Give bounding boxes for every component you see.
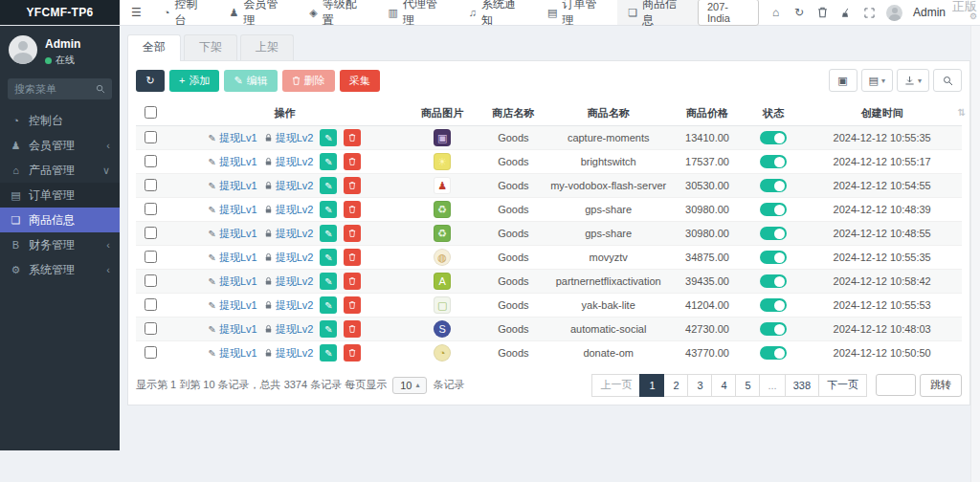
row-delete-button[interactable] bbox=[344, 129, 361, 146]
withdraw-lv1-link[interactable]: ✎ 提现Lv1 bbox=[209, 251, 257, 265]
add-button[interactable]: + 添加 bbox=[169, 70, 219, 92]
clear-cache-icon[interactable] bbox=[839, 8, 852, 18]
withdraw-lv1-link[interactable]: ✎ 提现Lv1 bbox=[209, 227, 257, 241]
jump-page-input[interactable] bbox=[876, 374, 916, 396]
status-toggle[interactable] bbox=[760, 155, 787, 168]
page-button-5[interactable]: 5 bbox=[735, 374, 760, 397]
product-image[interactable]: S bbox=[434, 320, 451, 338]
row-delete-button[interactable] bbox=[344, 320, 361, 338]
card-view-button[interactable]: ▣ bbox=[829, 69, 858, 92]
product-image[interactable]: A bbox=[434, 273, 451, 290]
sidebar-item-products[interactable]: ⌂ 产品管理 ∨ bbox=[0, 158, 120, 183]
trash-icon[interactable] bbox=[816, 7, 829, 18]
page-button-338[interactable]: 338 bbox=[785, 374, 819, 397]
row-edit-button[interactable]: ✎ bbox=[320, 296, 337, 314]
menu-search-input[interactable] bbox=[14, 83, 96, 95]
avatar[interactable] bbox=[9, 35, 37, 64]
collect-button[interactable]: 采集 bbox=[340, 70, 380, 92]
withdraw-lv2-link[interactable]: 提现Lv2 bbox=[264, 251, 314, 265]
sidebar-item-goods[interactable]: ❏ 商品信息 bbox=[0, 208, 120, 232]
status-toggle[interactable] bbox=[760, 203, 787, 216]
withdraw-lv1-link[interactable]: ✎ 提现Lv1 bbox=[209, 322, 257, 337]
row-edit-button[interactable]: ✎ bbox=[320, 225, 337, 242]
status-toggle[interactable] bbox=[760, 227, 787, 240]
column-header-created[interactable]: 创建时间 ⇅ bbox=[802, 100, 962, 126]
status-toggle[interactable] bbox=[760, 179, 787, 192]
withdraw-lv1-link[interactable]: ✎ 提现Lv1 bbox=[209, 346, 257, 361]
page-ellipsis[interactable]: ... bbox=[759, 374, 785, 397]
search-icon[interactable] bbox=[96, 84, 105, 94]
row-edit-button[interactable]: ✎ bbox=[320, 320, 337, 338]
product-image[interactable]: ♻ bbox=[434, 225, 451, 242]
row-checkbox[interactable] bbox=[145, 322, 157, 335]
status-toggle[interactable] bbox=[760, 131, 787, 144]
nav-item-levels[interactable]: ◈ 等级配置 bbox=[299, 0, 377, 25]
product-image[interactable]: ♟ bbox=[434, 177, 451, 194]
product-image[interactable]: ☀ bbox=[434, 153, 451, 170]
withdraw-lv2-link[interactable]: 提现Lv2 bbox=[264, 346, 314, 361]
withdraw-lv1-link[interactable]: ✎ 提现Lv1 bbox=[209, 203, 257, 217]
row-checkbox[interactable] bbox=[145, 203, 157, 215]
product-image[interactable]: ▣ bbox=[434, 129, 451, 146]
avatar[interactable] bbox=[886, 5, 902, 21]
withdraw-lv2-link[interactable]: 提现Lv2 bbox=[264, 322, 314, 337]
row-checkbox[interactable] bbox=[145, 227, 157, 239]
sidebar-toggle-button[interactable]: ☰ bbox=[120, 0, 153, 25]
delete-button[interactable]: 删除 bbox=[282, 70, 335, 92]
page-size-select[interactable]: 10 ▴ bbox=[392, 377, 427, 394]
withdraw-lv2-link[interactable]: 提现Lv2 bbox=[264, 227, 314, 241]
sidebar-item-system[interactable]: ⚙ 系统管理 ‹ bbox=[0, 257, 120, 282]
nav-item-agency[interactable]: ▥ 代理管理 bbox=[378, 0, 458, 25]
row-checkbox[interactable] bbox=[145, 298, 157, 311]
withdraw-lv1-link[interactable]: ✎ 提现Lv1 bbox=[209, 155, 257, 169]
status-toggle[interactable] bbox=[760, 322, 787, 336]
row-delete-button[interactable] bbox=[344, 344, 361, 362]
row-checkbox[interactable] bbox=[145, 131, 157, 143]
nav-item-goods[interactable]: ❏ 商品信息 bbox=[617, 0, 698, 25]
user-menu[interactable]: Admin bbox=[913, 6, 946, 19]
row-checkbox[interactable] bbox=[145, 346, 157, 359]
row-edit-button[interactable]: ✎ bbox=[320, 177, 337, 194]
export-button[interactable]: ▾ bbox=[897, 69, 929, 92]
scrollbar[interactable] bbox=[970, 0, 980, 482]
sidebar-item-finance[interactable]: B 财务管理 ‹ bbox=[0, 232, 120, 257]
product-image[interactable]: ▢ bbox=[434, 296, 451, 314]
region-selector[interactable]: 207-India bbox=[698, 0, 759, 26]
page-button-1[interactable]: 1 bbox=[639, 374, 664, 397]
row-delete-button[interactable] bbox=[344, 273, 361, 290]
jump-button[interactable]: 跳转 bbox=[920, 374, 962, 397]
refresh-button[interactable]: ↻ bbox=[136, 70, 165, 92]
sidebar-item-members[interactable]: ♟ 会员管理 ‹ bbox=[0, 133, 120, 158]
withdraw-lv1-link[interactable]: ✎ 提现Lv1 bbox=[209, 298, 257, 313]
next-page-button[interactable]: 下一页 bbox=[818, 374, 867, 397]
row-checkbox[interactable] bbox=[145, 155, 157, 167]
row-edit-button[interactable]: ✎ bbox=[320, 153, 337, 170]
page-button-2[interactable]: 2 bbox=[663, 374, 688, 397]
tab-all[interactable]: 全部 bbox=[127, 34, 181, 61]
nav-item-members[interactable]: ♟ 会员管理 bbox=[219, 0, 300, 25]
page-button-4[interactable]: 4 bbox=[711, 374, 736, 397]
product-image[interactable]: ♻ bbox=[434, 201, 451, 218]
status-toggle[interactable] bbox=[760, 346, 787, 360]
sidebar-item-dashboard[interactable]: ◔ 控制台 bbox=[0, 108, 120, 133]
row-checkbox[interactable] bbox=[145, 274, 157, 287]
row-edit-button[interactable]: ✎ bbox=[320, 249, 337, 266]
row-edit-button[interactable]: ✎ bbox=[320, 273, 337, 290]
select-all-checkbox[interactable] bbox=[145, 106, 157, 119]
prev-page-button[interactable]: 上一页 bbox=[591, 374, 640, 397]
sort-icon[interactable]: ⇅ bbox=[958, 107, 966, 118]
withdraw-lv2-link[interactable]: 提现Lv2 bbox=[264, 203, 314, 217]
withdraw-lv1-link[interactable]: ✎ 提现Lv1 bbox=[209, 274, 257, 289]
row-delete-button[interactable] bbox=[344, 225, 361, 242]
tab-on-shelf[interactable]: 上架 bbox=[240, 34, 294, 60]
withdraw-lv2-link[interactable]: 提现Lv2 bbox=[264, 274, 314, 289]
row-edit-button[interactable]: ✎ bbox=[320, 344, 337, 362]
tab-off-shelf[interactable]: 下架 bbox=[184, 34, 237, 60]
withdraw-lv2-link[interactable]: 提现Lv2 bbox=[264, 131, 314, 145]
withdraw-lv2-link[interactable]: 提现Lv2 bbox=[264, 179, 314, 193]
product-image[interactable]: ◍ bbox=[434, 249, 451, 266]
home-icon[interactable]: ⌂ bbox=[769, 6, 782, 19]
page-button-3[interactable]: 3 bbox=[687, 374, 712, 397]
nav-item-orders[interactable]: ▤ 订单管理 bbox=[537, 0, 617, 25]
search-button[interactable] bbox=[933, 69, 962, 92]
